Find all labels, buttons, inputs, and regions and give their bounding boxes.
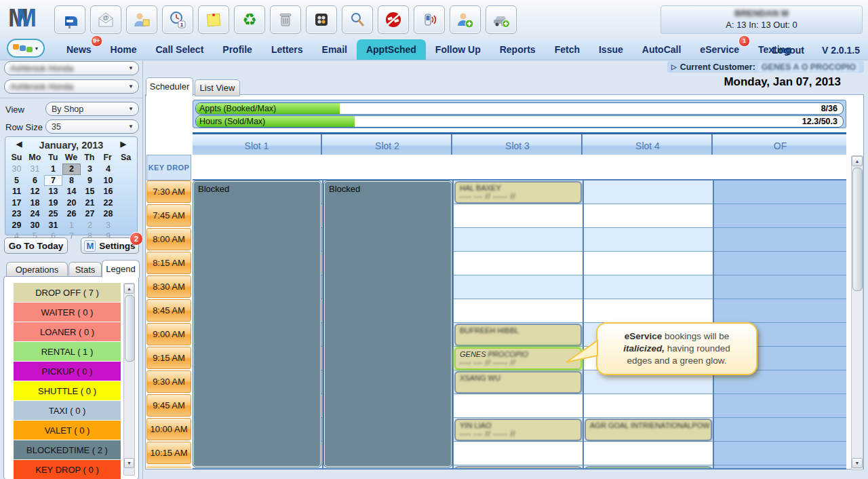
tab-stats[interactable]: Stats (68, 262, 102, 277)
dealer-select-2[interactable]: Ashbrook Honda ▼ (4, 79, 139, 94)
legend-item-shuttle[interactable]: SHUTTLE ( 0 ) (14, 381, 121, 400)
calendar-date-1[interactable]: 1 (44, 164, 62, 175)
calendar-date-10[interactable]: 10 (99, 175, 117, 187)
nav-item-apptsched[interactable]: ApptSched (357, 39, 426, 60)
scroll-up-icon[interactable]: ▲ (852, 156, 863, 166)
calendar-date-24[interactable]: 24 (26, 208, 44, 220)
apps-menu-button[interactable]: ▼ (7, 39, 45, 58)
logout-button[interactable]: Logout (772, 45, 804, 56)
calculator-icon[interactable] (306, 5, 337, 34)
current-customer-bar[interactable]: ▷ Current Customer: GENES A O PROCOPIO (667, 61, 864, 73)
trash-icon[interactable] (270, 5, 301, 34)
nav-item-follow-up[interactable]: Follow Up (426, 40, 490, 60)
appointment-10-30-am[interactable] (585, 466, 712, 470)
appointment-genes-procopio[interactable]: GENES PROCOPIO---- --- // ----- // (454, 347, 582, 370)
nav-item-autocall[interactable]: AutoCall (633, 40, 691, 60)
row-size-select[interactable]: 35 ▼ (45, 119, 139, 134)
calendar-date-1[interactable]: 1 (62, 220, 81, 231)
calendar-date-25[interactable]: 25 (44, 208, 62, 220)
calendar-date-6[interactable]: 6 (26, 175, 44, 187)
calendar-date-9[interactable]: 9 (81, 175, 99, 187)
appointment-xsang-wu[interactable]: XSANG WU (454, 371, 582, 394)
calendar-date-29[interactable]: 29 (7, 220, 26, 231)
calendar-date-2[interactable]: 2 (81, 220, 99, 231)
add-vehicle-icon[interactable] (486, 5, 517, 34)
calendar-date-3[interactable]: 3 (81, 164, 99, 175)
calendar-date-22[interactable]: 22 (99, 197, 117, 209)
calendar-date-14[interactable]: 14 (62, 186, 81, 197)
calendar-date-5[interactable]: 5 (7, 175, 26, 187)
calendar-date-13[interactable]: 13 (44, 186, 62, 197)
calendar-date-23[interactable]: 23 (7, 208, 26, 220)
calendar-date-12[interactable]: 12 (26, 186, 44, 197)
calendar-date-16[interactable]: 16 (99, 186, 117, 197)
legend-item-drop-off[interactable]: DROP OFF ( 7 ) (14, 283, 121, 302)
schedule-scroll-thumb[interactable] (852, 168, 863, 291)
calendar-date-4[interactable]: 4 (99, 164, 117, 175)
appointment-clock-icon[interactable]: 1 (162, 5, 193, 34)
tab-list-view[interactable]: List View (195, 79, 240, 96)
calendar-date-11[interactable]: 11 (7, 186, 26, 197)
calendar-next-button[interactable]: ▶ (121, 140, 126, 149)
brand-logo[interactable]: M M (5, 3, 45, 37)
legend-item-waiter[interactable]: WAITER ( 0 ) (14, 303, 121, 322)
calendar-date-8[interactable]: 8 (62, 175, 81, 187)
legend-item-key-drop[interactable]: KEY DROP ( 0 ) (14, 460, 121, 479)
calendar-date-30[interactable]: 30 (7, 164, 26, 175)
calendar-date-27[interactable]: 27 (81, 208, 99, 220)
tab-scheduler[interactable]: Scheduler (146, 77, 193, 96)
nav-item-reports[interactable]: Reports (490, 40, 545, 60)
calendar-date-2[interactable]: 2 (62, 164, 81, 175)
legend-item-valet[interactable]: VALET ( 0 ) (14, 421, 121, 440)
legend-item-pickup[interactable]: PICKUP ( 0 ) (14, 362, 121, 381)
calendar-date-18[interactable]: 18 (26, 197, 44, 209)
calendar-date-7[interactable]: 7 (44, 175, 62, 187)
calendar-date-26[interactable]: 26 (62, 208, 81, 220)
calendar-date-21[interactable]: 21 (81, 197, 99, 209)
view-select[interactable]: By Shop ▼ (45, 102, 139, 116)
nav-item-eservice[interactable]: eService1 (690, 40, 749, 60)
appointment-10-30-am[interactable] (454, 466, 582, 470)
add-customer-icon[interactable] (450, 5, 481, 34)
appointment-hal-baxey[interactable]: HAL BAXEY---- --- // ----- // (454, 181, 582, 204)
key-drop-row[interactable] (193, 155, 846, 180)
tab-legend[interactable]: Legend (102, 260, 140, 277)
scroll-down-icon[interactable]: ▼ (852, 458, 863, 468)
nav-item-call-select[interactable]: Call Select (146, 40, 213, 60)
blocked-time-block[interactable]: Blocked (193, 181, 321, 467)
nav-item-letters[interactable]: Letters (262, 40, 313, 60)
nav-item-profile[interactable]: Profile (213, 40, 262, 60)
dealer-select-1[interactable]: Ashbrook Honda ▼ (4, 61, 139, 75)
calendar-date-30[interactable]: 30 (26, 220, 44, 231)
nav-item-issue[interactable]: Issue (589, 40, 633, 60)
calendar-date-17[interactable]: 17 (7, 197, 26, 209)
legend-item-loaner[interactable]: LOANER ( 0 ) (14, 322, 121, 341)
legend-item-rental[interactable]: RENTAL ( 1 ) (14, 342, 121, 361)
nav-item-home[interactable]: Home (101, 40, 146, 60)
nav-item-fetch[interactable]: Fetch (545, 40, 589, 60)
blocked-time-block[interactable]: Blocked (324, 181, 452, 467)
legend-scrollbar[interactable]: ▲ ▼ (123, 283, 135, 476)
schedule-scrollbar[interactable]: ▲ ▼ (851, 155, 863, 470)
appointment-yin-liao[interactable]: YIN LIAO---- --- // ----- // (454, 419, 582, 441)
legend-item-taxi[interactable]: TAXI ( 0 ) (14, 401, 121, 420)
search-icon[interactable] (342, 5, 373, 34)
legend-scroll-thumb[interactable] (125, 295, 135, 362)
no-cash-icon[interactable] (378, 5, 409, 34)
open-email-icon[interactable]: @ (90, 5, 121, 34)
tab-operations[interactable]: Operations (6, 262, 68, 277)
expand-pointer-icon[interactable]: ▷ (671, 63, 677, 71)
calendar-date-15[interactable]: 15 (81, 186, 99, 197)
mobile-phone-icon[interactable] (414, 5, 445, 34)
sticky-note-icon[interactable] (198, 5, 229, 34)
scroll-up-icon[interactable]: ▲ (124, 284, 134, 294)
contact-note-icon[interactable] (126, 5, 157, 34)
calendar-date-31[interactable]: 31 (44, 220, 62, 231)
calendar-date-19[interactable]: 19 (44, 197, 62, 209)
recycle-icon[interactable]: ♻ (234, 5, 265, 34)
calendar-date-28[interactable]: 28 (99, 208, 117, 220)
nav-item-email[interactable]: Email (313, 40, 357, 60)
scroll-down-icon[interactable]: ▼ (124, 458, 134, 468)
calendar-date-3[interactable]: 3 (99, 220, 117, 231)
nav-item-news[interactable]: News9+ (57, 40, 101, 60)
